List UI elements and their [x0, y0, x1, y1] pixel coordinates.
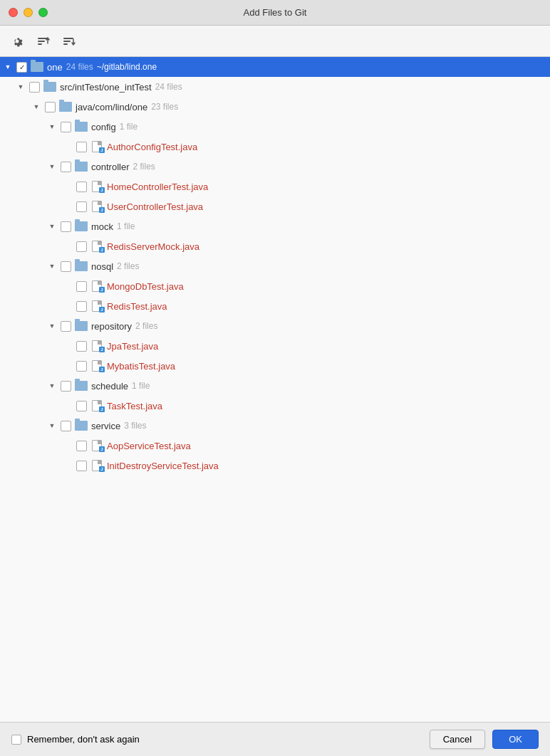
checkbox-controller[interactable] — [61, 162, 71, 172]
chevron-java[interactable] — [31, 102, 41, 112]
checkbox-home-controller[interactable] — [76, 182, 87, 192]
sort-descending-icon[interactable] — [60, 33, 77, 50]
java-file-icon2: J — [90, 180, 103, 193]
tree-row-config[interactable]: config 1 file — [0, 117, 550, 137]
file-tree[interactable]: one 24 files ~/gitlab/lind.one src/intTe… — [0, 57, 550, 722]
folder-icon-src — [43, 82, 56, 92]
tree-row-service[interactable]: service 3 files — [0, 416, 550, 436]
chevron-repository[interactable] — [47, 321, 57, 331]
checkbox-user-controller[interactable] — [76, 201, 87, 212]
java-file-icon3: J — [90, 200, 103, 213]
tree-row-redis-mock[interactable]: J RedisServerMock.java — [0, 236, 550, 256]
checkbox-mybatis[interactable] — [76, 361, 87, 372]
tree-row-home-controller[interactable]: J HomeControllerTest.java — [0, 177, 550, 196]
home-controller-file: HomeControllerTest.java — [107, 182, 208, 192]
checkbox-nosql[interactable] — [61, 261, 71, 272]
java-file-icon11: J — [90, 459, 103, 472]
close-button[interactable] — [9, 8, 18, 17]
java-file-icon7: J — [90, 340, 103, 352]
tree-row-mybatis[interactable]: J MybatisTest.java — [0, 356, 550, 376]
java-file-icon4: J — [90, 240, 103, 253]
chevron-config[interactable] — [47, 122, 57, 132]
tree-row-src[interactable]: src/intTest/one_intTest 24 files — [0, 77, 550, 97]
remember-label: Remember, don't ask again — [27, 734, 140, 745]
checkbox-src[interactable] — [29, 82, 40, 93]
sort-ascending-icon[interactable] — [34, 33, 51, 50]
nosql-file-count: 2 files — [117, 261, 139, 271]
tree-row-nosql[interactable]: nosql 2 files — [0, 256, 550, 276]
tree-row-root[interactable]: one 24 files ~/gitlab/lind.one — [0, 57, 550, 77]
checkbox-java[interactable] — [45, 102, 56, 112]
tree-row-jpa[interactable]: J JpaTest.java — [0, 336, 550, 356]
window-controls — [9, 8, 48, 17]
title-bar: Add Files to Git — [0, 0, 550, 26]
tree-row-schedule[interactable]: schedule 1 file — [0, 376, 550, 396]
chevron-mock[interactable] — [47, 221, 57, 231]
folder-icon-java — [59, 102, 72, 112]
jpa-file: JpaTest.java — [107, 341, 158, 352]
checkbox-mongodb[interactable] — [76, 281, 87, 292]
footer-buttons: Cancel OK — [430, 730, 539, 749]
chevron-service[interactable] — [47, 421, 57, 431]
tree-row-mongodb[interactable]: J MongoDbTest.java — [0, 276, 550, 296]
chevron-src[interactable] — [16, 82, 26, 92]
aop-file: AopServiceTest.java — [107, 441, 191, 451]
checkbox-root[interactable] — [16, 62, 27, 73]
redis-file: RedisTest.java — [107, 301, 167, 312]
cancel-button[interactable]: Cancel — [430, 730, 485, 749]
chevron-schedule[interactable] — [47, 381, 57, 391]
folder-icon-repository — [75, 321, 88, 331]
ok-button[interactable]: OK — [492, 730, 539, 749]
repository-label: repository — [91, 321, 132, 332]
maximize-button[interactable] — [38, 8, 48, 17]
root-path: ~/gitlab/lind.one — [97, 62, 157, 72]
tree-row-java[interactable]: java/com/lind/one 23 files — [0, 97, 550, 117]
tree-row-mock[interactable]: mock 1 file — [0, 216, 550, 236]
checkbox-redis[interactable] — [76, 301, 87, 312]
toolbar — [0, 26, 550, 57]
java-file-count: 23 files — [151, 102, 178, 112]
root-label: one — [47, 62, 63, 73]
remember-section: Remember, don't ask again — [11, 734, 140, 745]
minimize-button[interactable] — [24, 8, 33, 17]
chevron-root[interactable] — [3, 62, 13, 72]
checkbox-jpa[interactable] — [76, 341, 87, 352]
schedule-label: schedule — [91, 381, 128, 392]
mybatis-file: MybatisTest.java — [107, 361, 175, 372]
remember-checkbox[interactable] — [11, 735, 21, 745]
service-label: service — [91, 421, 120, 431]
tree-row-init-destroy[interactable]: J InitDestroyServiceTest.java — [0, 456, 550, 476]
checkbox-init-destroy[interactable] — [76, 461, 87, 471]
nosql-label: nosql — [91, 261, 113, 272]
java-file-icon6: J — [90, 300, 103, 313]
checkbox-redis-mock[interactable] — [76, 241, 87, 252]
src-file-count: 24 files — [155, 82, 182, 92]
window-title: Add Files to Git — [244, 7, 307, 18]
checkbox-schedule[interactable] — [61, 381, 71, 392]
tree-row-redis[interactable]: J RedisTest.java — [0, 296, 550, 316]
tree-row-aop[interactable]: J AopServiceTest.java — [0, 436, 550, 456]
chevron-nosql[interactable] — [47, 261, 57, 271]
checkbox-mock[interactable] — [61, 221, 71, 232]
checkbox-aop[interactable] — [76, 441, 87, 451]
tree-row-task[interactable]: J TaskTest.java — [0, 396, 550, 416]
tree-row-controller[interactable]: controller 2 files — [0, 157, 550, 177]
controller-label: controller — [91, 162, 129, 172]
tree-row-user-controller[interactable]: J UserControllerTest.java — [0, 196, 550, 216]
config-label: config — [91, 122, 116, 132]
checkbox-task[interactable] — [76, 401, 87, 411]
tree-row-repository[interactable]: repository 2 files — [0, 316, 550, 336]
java-file-icon: J — [90, 140, 103, 153]
checkbox-author-config[interactable] — [76, 142, 87, 152]
redis-mock-file: RedisServerMock.java — [107, 241, 199, 252]
checkbox-repository[interactable] — [61, 321, 71, 332]
checkbox-config[interactable] — [61, 122, 71, 132]
gear-icon[interactable] — [9, 33, 26, 50]
java-file-icon5: J — [90, 280, 103, 293]
mongodb-file: MongoDbTest.java — [107, 281, 184, 292]
checkbox-service[interactable] — [61, 421, 71, 431]
tree-row-author-config[interactable]: J AuthorConfigTest.java — [0, 137, 550, 157]
config-file-count: 1 file — [120, 122, 138, 132]
java-file-icon10: J — [90, 439, 103, 452]
chevron-controller[interactable] — [47, 162, 57, 172]
